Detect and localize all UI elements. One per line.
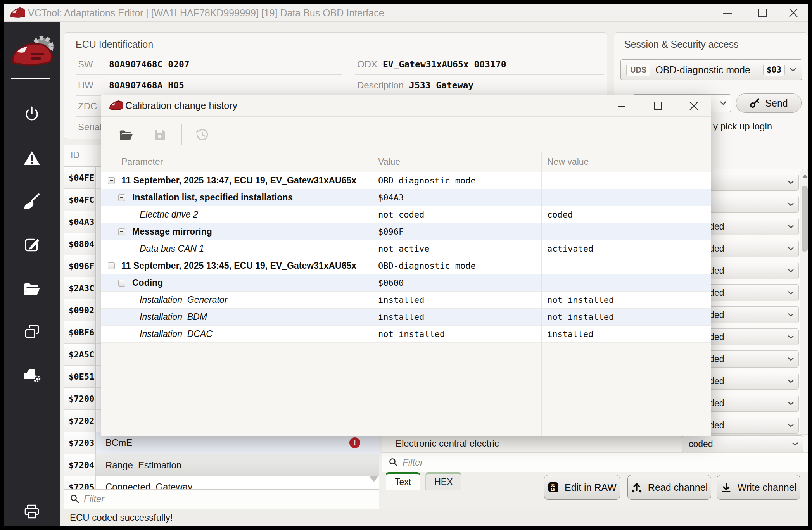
channel-id: $04FE	[64, 167, 96, 189]
history-row[interactable]: Installation list, specified installatio…	[101, 189, 711, 206]
window-maximize-button[interactable]	[752, 5, 773, 20]
history-value: $096F	[371, 223, 541, 240]
channel-id: $04A3	[64, 211, 96, 233]
power-icon[interactable]	[22, 104, 42, 124]
column-divider	[371, 152, 371, 436]
history-new-value: not installed	[541, 309, 711, 325]
history-new-value: activated	[541, 240, 711, 257]
status-bar: ECU coded successfully!	[60, 509, 808, 526]
channel-filter-input[interactable]	[403, 456, 805, 470]
read-channel-button[interactable]: Read channel	[627, 475, 711, 500]
edit-in-raw-button[interactable]: 01 10 Edit in RAW	[544, 475, 620, 500]
channel-scrollbar[interactable]	[800, 171, 808, 452]
open-file-button[interactable]	[116, 125, 136, 144]
column-header-new-value: New value	[547, 157, 589, 167]
edit-icon[interactable]	[22, 235, 42, 255]
chevron-down-icon	[788, 357, 794, 361]
ecu-field-label: HW	[78, 80, 104, 91]
button-label: Read channel	[648, 482, 708, 493]
scroll-down-icon[interactable]	[369, 476, 378, 482]
restore-history-button[interactable]	[192, 125, 213, 144]
history-new-value	[541, 189, 711, 206]
id-filter-input[interactable]	[84, 492, 376, 506]
ecu-field-row: Description J533 Gateway	[355, 75, 604, 96]
channel-name: Electronic central electric	[396, 438, 499, 449]
history-row[interactable]: Coding $0600	[101, 274, 711, 292]
column-divider	[96, 145, 96, 166]
scroll-up-icon[interactable]	[802, 174, 808, 178]
history-row[interactable]: Installation_DCAC not installed installe…	[101, 326, 711, 343]
save-file-button[interactable]	[150, 125, 170, 144]
channel-id: $7200	[64, 388, 96, 410]
brand-logo-car-icon	[11, 33, 54, 70]
history-value: installed	[371, 292, 541, 308]
format-tab[interactable]: HEX	[425, 472, 461, 490]
warning-icon[interactable]	[22, 148, 42, 168]
history-parameter: Electric drive 2	[101, 206, 371, 223]
history-row[interactable]: 11 September, 2025 13:47, ECU 19, EV_Gat…	[101, 172, 711, 189]
channel-value-select[interactable]: coded	[682, 435, 803, 452]
history-value: OBD-diagnostic mode	[371, 257, 541, 274]
save-icon	[153, 128, 166, 141]
history-row[interactable]: Message mirroring $096F	[101, 223, 711, 240]
button-label: Edit in RAW	[565, 482, 617, 493]
chevron-down-icon	[720, 101, 727, 105]
history-parameter: 11 September, 2025 13:47, ECU 19, EV_Gat…	[101, 172, 371, 189]
chevron-down-icon	[788, 313, 794, 317]
history-new-value	[541, 172, 711, 189]
chevron-down-icon	[788, 423, 794, 428]
channel-value: coded	[689, 439, 713, 449]
session-mode-select[interactable]: UDS OBD-diagnostic mode $03	[620, 59, 802, 80]
ecu-panel-title: ECU Identification	[76, 39, 153, 50]
status-message: ECU coded successfully!	[70, 512, 173, 523]
dialog-close-button[interactable]	[682, 98, 705, 114]
copy-icon[interactable]	[22, 322, 42, 342]
dialog-minimize-button[interactable]	[610, 98, 633, 114]
window-close-button[interactable]	[783, 5, 804, 20]
channel-id: $0BF6	[64, 321, 96, 344]
ecu-field-value: EV_Gatew31xAU65x 003170	[383, 59, 506, 69]
dialog-toolbar	[101, 117, 711, 152]
print-icon[interactable]	[22, 502, 42, 522]
history-row[interactable]: Installation_Generator installed not ins…	[101, 292, 711, 309]
app-logo-icon	[10, 6, 25, 19]
id-column-header: ID	[71, 150, 79, 161]
ecu-field-value: 80A907468C 0207	[109, 59, 190, 69]
history-value: not coded	[371, 206, 541, 223]
history-value: $0600	[371, 274, 541, 291]
write-channel-button[interactable]: Write channel	[717, 475, 800, 500]
channel-id: $0E51	[64, 366, 96, 388]
history-parameter: Message mirroring	[101, 223, 371, 240]
history-parameter: Coding	[101, 274, 371, 291]
history-table-header: Parameter Value New value	[101, 152, 711, 172]
chevron-down-icon	[788, 247, 794, 251]
download-icon	[720, 482, 732, 493]
channel-name: Range_Estimation	[96, 454, 379, 476]
window-minimize-button[interactable]	[717, 5, 738, 20]
send-button[interactable]: Send	[736, 93, 802, 113]
clean-broom-icon[interactable]	[22, 192, 42, 212]
format-tab[interactable]: Text	[386, 472, 420, 490]
button-label: Write channel	[738, 482, 796, 493]
history-row[interactable]: Installation_BDM installed not installed	[101, 309, 711, 326]
open-folder-icon[interactable]	[22, 278, 42, 299]
list-item[interactable]: $7205 Connected_Gateway !	[64, 476, 379, 489]
title-bar: VCTool: Adaptations Editor | [WA1LHAF78K…	[4, 4, 808, 22]
column-header-value: Value	[378, 157, 400, 167]
id-list-filter-bar	[64, 489, 379, 509]
visible-channel-row: Electronic central electric coded	[382, 434, 808, 453]
vehicle-settings-icon[interactable]	[22, 364, 42, 385]
scrollbar-thumb[interactable]	[802, 186, 808, 252]
chevron-down-icon	[788, 335, 794, 339]
history-row[interactable]: 11 September, 2025 13:45, ECU 19, EV_Gat…	[101, 257, 711, 274]
history-row[interactable]: Data bus CAN 1 not active activated	[101, 240, 711, 257]
dialog-maximize-button[interactable]	[646, 98, 670, 114]
chevron-down-icon	[788, 202, 794, 207]
sidebar	[4, 22, 60, 526]
ecu-fields-right: ODX EV_Gatew31xAU65x 003170 Description …	[355, 54, 604, 96]
history-row[interactable]: Electric drive 2 not coded coded	[101, 206, 711, 223]
channel-id: $7202	[64, 410, 96, 432]
history-parameter: 11 September, 2025 13:45, ECU 19, EV_Gat…	[101, 257, 371, 274]
history-parameter: Installation_Generator	[101, 292, 371, 308]
list-item[interactable]: $7204 Range_Estimation !	[64, 454, 379, 476]
